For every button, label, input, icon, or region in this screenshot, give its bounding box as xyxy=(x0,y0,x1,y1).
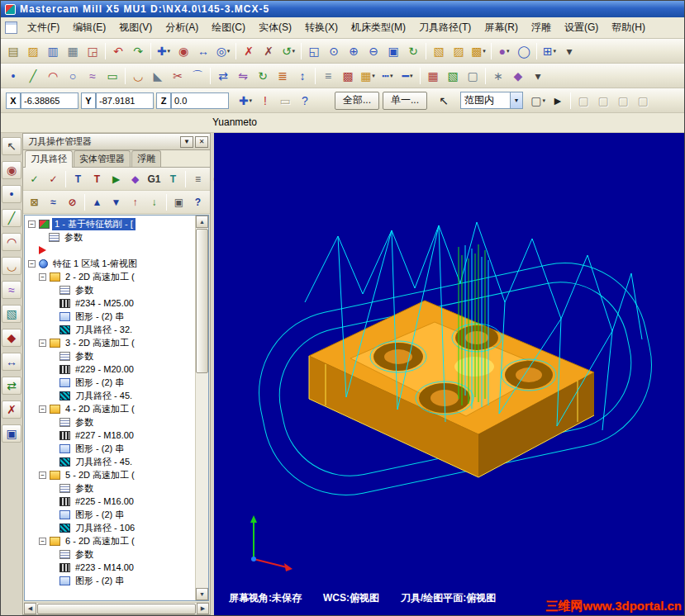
tab-1[interactable]: 刀具路径 xyxy=(25,150,73,168)
menu-item-13[interactable]: 帮助(H) xyxy=(605,18,652,37)
toggle-posting-icon[interactable]: ⊘ xyxy=(63,192,82,211)
insert-arrow-down-icon[interactable]: ↓ xyxy=(145,192,164,211)
feed-speeds-icon[interactable]: T xyxy=(164,169,183,188)
ops-help-icon[interactable]: ? xyxy=(188,192,207,211)
x-coordinate-input[interactable]: -6.38865 xyxy=(21,92,78,109)
mru-select-icon[interactable]: ↖ xyxy=(2,137,21,155)
groups-manager-icon[interactable]: ▧ xyxy=(443,66,463,86)
dropdown-arrow-icon[interactable]: ▾ xyxy=(372,73,375,79)
dropdown-arrow-icon[interactable]: ▾ xyxy=(410,73,413,79)
tree-item[interactable]: −1 - 基于特征铣削 - [ xyxy=(25,217,195,230)
backplot-icon[interactable]: ▶ xyxy=(107,169,126,188)
mru-point-icon[interactable]: • xyxy=(2,185,21,203)
delete-entities-icon[interactable]: ✗ xyxy=(239,41,259,61)
tree-item[interactable]: −4 - 2D 高速加工 ( xyxy=(25,402,195,415)
scroll-left-icon[interactable]: ◀ xyxy=(24,603,36,614)
viewport-layout-icon[interactable]: ⊞▾ xyxy=(540,41,559,61)
verify-icon[interactable]: ◆ xyxy=(126,169,145,188)
toolbar1-overflow-icon[interactable]: ▾ xyxy=(559,41,579,61)
create-circle-icon[interactable]: ○ xyxy=(63,66,83,86)
select-result-1-icon[interactable]: ▢ xyxy=(573,91,593,111)
tree-item[interactable]: #223 - M14.00 xyxy=(25,561,195,574)
tree-collapse-icon[interactable]: − xyxy=(28,220,36,228)
z-coordinate-input[interactable]: 0.0 xyxy=(171,92,229,109)
select-result-4-icon[interactable]: ▢ xyxy=(633,91,653,111)
create-point-icon[interactable]: • xyxy=(3,66,23,86)
vertical-scroll-thumb[interactable] xyxy=(196,229,208,373)
tree-item[interactable]: #227 - M18.00 xyxy=(25,429,195,442)
trim-icon[interactable]: ✂ xyxy=(168,66,188,86)
color-select-icon[interactable]: ▦▾ xyxy=(358,66,378,86)
tree-collapse-icon[interactable]: − xyxy=(39,273,46,281)
dropdown-arrow-icon[interactable]: ▾ xyxy=(390,73,393,79)
create-line-icon[interactable]: ╱ xyxy=(23,66,43,86)
tab-2[interactable]: 实体管理器 xyxy=(74,150,131,167)
zoom-in-icon[interactable]: ⊕ xyxy=(344,41,364,61)
tree-item[interactable]: −特征 1 区域 1-俯视图 xyxy=(25,257,195,270)
tree-vertical-scrollbar[interactable]: ▲ ▼ xyxy=(195,216,208,600)
entity-attributes-icon[interactable]: ▩ xyxy=(338,66,358,86)
horizontal-scroll-thumb[interactable] xyxy=(37,604,196,614)
menu-item-10[interactable]: 屏幕(R) xyxy=(478,18,525,37)
mru-surface-icon[interactable]: ▧ xyxy=(2,305,21,323)
post-process-icon[interactable]: G1 xyxy=(145,169,164,188)
mru-xform-icon[interactable]: ⇄ xyxy=(2,377,21,395)
tree-item[interactable]: 刀具路径 - 32. xyxy=(25,323,195,336)
panel-close-button[interactable]: ✕ xyxy=(195,136,208,148)
tree-item[interactable]: 图形 - (2) 串 xyxy=(25,508,195,521)
join-entities-icon[interactable]: ⌒ xyxy=(188,66,207,86)
tree-collapse-icon[interactable]: − xyxy=(39,538,46,545)
xform-scale-icon[interactable]: ↕ xyxy=(293,66,312,86)
menu-item-4[interactable]: 分析(A) xyxy=(159,18,205,37)
menu-item-1[interactable]: 文件(F) xyxy=(21,18,66,37)
tree-item[interactable]: 图形 - (2) 串 xyxy=(25,310,195,323)
y-coordinate-input[interactable]: -87.9181 xyxy=(96,92,154,109)
xform-rotate-icon[interactable]: ↻ xyxy=(253,66,273,86)
selection-pointer-icon[interactable]: ↖ xyxy=(434,91,454,111)
levels-manager-icon[interactable]: ≡ xyxy=(318,66,338,86)
tree-item[interactable]: #229 - M20.00 xyxy=(25,362,195,376)
select-single-button[interactable]: 单一... xyxy=(383,92,427,110)
window-select-icon[interactable]: ▢▾ xyxy=(528,91,548,111)
redo-icon[interactable]: ↷ xyxy=(128,41,148,61)
x-coordinate-label[interactable]: X xyxy=(6,92,21,109)
machine-group-properties-icon[interactable]: ∗ xyxy=(488,66,508,86)
mru-arc-icon[interactable]: ◠ xyxy=(2,233,21,251)
selection-range-combobox[interactable]: 范围内 ▼ xyxy=(460,92,523,109)
wireframe-toggle-icon[interactable]: ◯ xyxy=(514,41,534,61)
move-down-icon[interactable]: ▼ xyxy=(107,192,126,211)
create-arc-icon[interactable]: ◠ xyxy=(43,66,63,86)
menu-item-7[interactable]: 转换(X) xyxy=(298,18,345,37)
screen-capture-icon[interactable]: ◲ xyxy=(83,41,102,61)
undo-icon[interactable]: ↶ xyxy=(108,41,128,61)
insert-arrow-up-icon[interactable]: ↑ xyxy=(126,192,145,211)
material-manager-icon[interactable]: ◆ xyxy=(508,66,528,86)
gview-top-icon[interactable]: ▧ xyxy=(429,41,449,61)
toolbar2-overflow-icon[interactable]: ▾ xyxy=(528,66,548,86)
dropdown-arrow-icon[interactable]: ▾ xyxy=(483,48,486,54)
autocursor-icon[interactable]: ✚▾ xyxy=(154,41,174,61)
mru-spline-icon[interactable]: ≈ xyxy=(2,281,21,299)
tree-item[interactable] xyxy=(25,244,195,257)
tree-item[interactable]: 图形 - (2) 串 xyxy=(25,442,195,455)
select-dirty-operations-icon[interactable]: ✓ xyxy=(44,169,63,188)
autocursor-override-icon[interactable]: ✚▾ xyxy=(235,91,255,111)
tab-3[interactable]: 浮雕 xyxy=(131,150,161,167)
repaint-icon[interactable]: ↻ xyxy=(403,41,423,61)
dropdown-arrow-icon[interactable]: ▾ xyxy=(542,97,545,104)
save-file-icon[interactable]: ▥ xyxy=(43,41,63,61)
tree-item[interactable]: 参数 xyxy=(25,547,195,561)
print-icon[interactable]: ▦ xyxy=(63,41,83,61)
tree-item[interactable]: −2 - 2D 高速加工 ( xyxy=(25,270,195,283)
regen-selected-icon[interactable]: T xyxy=(69,169,88,188)
gview-isometric-icon[interactable]: ▩▾ xyxy=(469,41,488,61)
tree-item[interactable]: #225 - M16.00 xyxy=(25,495,195,508)
create-rectangle-icon[interactable]: ▭ xyxy=(102,66,122,86)
open-file-icon[interactable]: ▨ xyxy=(23,41,43,61)
menu-item-9[interactable]: 刀具路径(T) xyxy=(412,18,478,37)
menu-item-3[interactable]: 视图(V) xyxy=(112,18,159,37)
undelete-icon[interactable]: ↺▾ xyxy=(278,41,298,61)
scroll-up-icon[interactable]: ▲ xyxy=(196,216,208,228)
fillet-icon[interactable]: ◡ xyxy=(128,66,148,86)
graphics-viewport[interactable]: 屏幕视角:未保存 WCS:俯视图 刀具/绘图平面:俯视图 三维网www.3dpo… xyxy=(214,133,684,615)
